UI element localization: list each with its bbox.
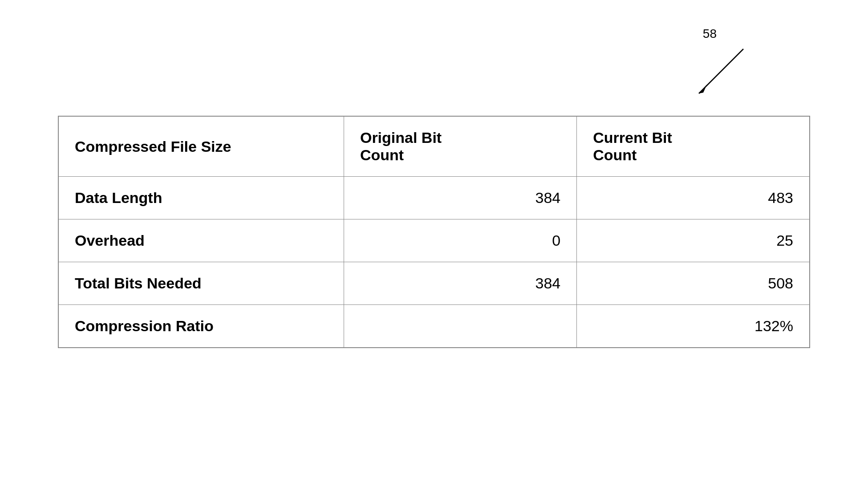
header-col2: Original BitCount (344, 116, 576, 177)
row4-label: Compression Ratio (58, 305, 344, 348)
row3-label: Total Bits Needed (58, 262, 344, 305)
row1-label: Data Length (58, 177, 344, 219)
row3-original: 384 (344, 262, 576, 305)
row2-current: 25 (577, 219, 810, 262)
reference-number: 58 (703, 27, 717, 41)
row3-current: 508 (577, 262, 810, 305)
header-col1: Compressed File Size (58, 116, 344, 177)
row2-label: Overhead (58, 219, 344, 262)
row2-original: 0 (344, 219, 576, 262)
data-table: Compressed File Size Original BitCount C… (58, 116, 810, 348)
page: 58 Compressed File Size Original BitCoun… (0, 0, 868, 499)
row1-original: 384 (344, 177, 576, 219)
header-col3: Current BitCount (577, 116, 810, 177)
table-row: Total Bits Needed 384 508 (58, 262, 810, 305)
table-row: Data Length 384 483 (58, 177, 810, 219)
table-row: Compression Ratio 132% (58, 305, 810, 348)
reference-arrow (681, 45, 752, 107)
row4-current: 132% (577, 305, 810, 348)
table-header-row: Compressed File Size Original BitCount C… (58, 116, 810, 177)
data-table-wrapper: Compressed File Size Original BitCount C… (58, 116, 810, 348)
table-row: Overhead 0 25 (58, 219, 810, 262)
row1-current: 483 (577, 177, 810, 219)
row4-original (344, 305, 576, 348)
